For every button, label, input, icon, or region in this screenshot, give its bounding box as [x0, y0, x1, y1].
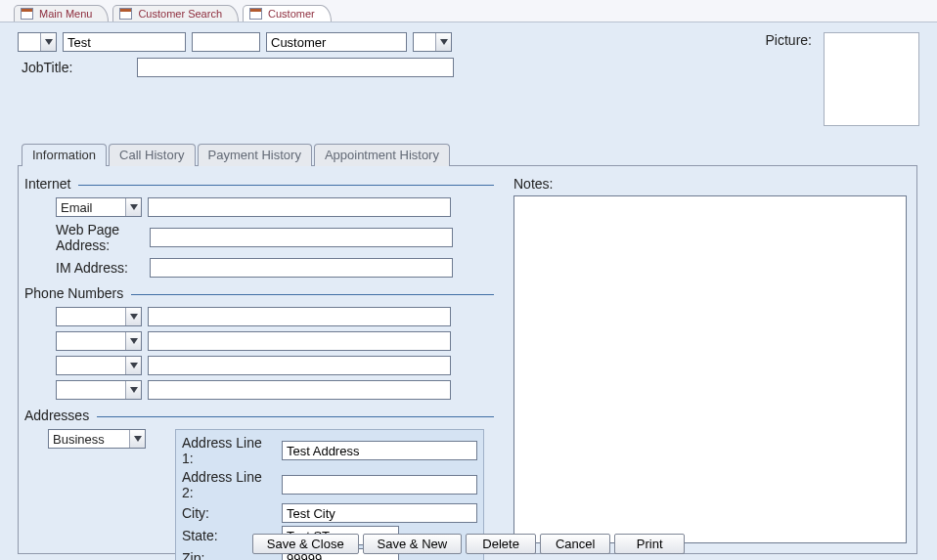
job-title-input[interactable]	[137, 58, 454, 77]
address-type-value: Business	[49, 430, 129, 448]
first-name-input[interactable]	[63, 32, 186, 52]
cancel-button[interactable]: Cancel	[540, 534, 610, 554]
phone-type-value	[57, 332, 125, 350]
prefix-value	[19, 33, 40, 51]
form-icon	[249, 8, 262, 20]
svg-marker-7	[134, 436, 142, 442]
chevron-down-icon	[129, 430, 145, 448]
address-line2-label: Address Line 2:	[182, 469, 276, 500]
suffix-combo[interactable]	[413, 32, 452, 52]
phone-number-input[interactable]	[148, 307, 451, 326]
phone-type-value	[57, 308, 125, 325]
group-title: Addresses	[24, 408, 89, 423]
address-line1-label: Address Line 1:	[182, 435, 276, 466]
form-icon	[119, 8, 132, 20]
email-input[interactable]	[148, 197, 451, 217]
group-title: Internet	[24, 176, 70, 192]
middle-name-input[interactable]	[192, 32, 260, 52]
doc-tab-main-menu[interactable]: Main Menu	[14, 5, 109, 22]
last-name-input[interactable]	[266, 32, 407, 52]
doc-tab-customer[interactable]: Customer	[243, 5, 332, 22]
doc-tab-label: Customer	[268, 8, 315, 20]
city-input[interactable]	[282, 503, 477, 523]
address-type-combo[interactable]: Business	[48, 429, 146, 449]
phone-type-combo[interactable]	[56, 307, 142, 326]
job-title-label: JobTitle:	[18, 60, 125, 75]
chevron-down-icon	[435, 33, 451, 51]
chevron-down-icon	[125, 381, 141, 399]
doc-tab-label: Customer Search	[138, 8, 222, 20]
phone-type-value	[57, 381, 125, 399]
group-phone-numbers: Phone Numbers	[24, 285, 494, 400]
phone-type-value	[57, 357, 125, 374]
save-close-button[interactable]: Save & Close	[252, 534, 359, 554]
prefix-combo[interactable]	[18, 32, 57, 52]
group-internet: Internet Email Web Page Address:	[24, 176, 494, 278]
svg-marker-4	[130, 338, 138, 344]
city-label: City:	[182, 505, 276, 521]
tab-body-information: Internet Email Web Page Address:	[18, 165, 917, 554]
tab-information[interactable]: Information	[22, 144, 107, 166]
form-icon	[21, 8, 33, 20]
chevron-down-icon	[125, 332, 141, 350]
document-tabs: Main Menu Customer Search Customer	[0, 0, 937, 22]
tab-label: Appointment History	[325, 148, 439, 162]
web-input[interactable]	[150, 228, 453, 247]
address-line2-input[interactable]	[282, 475, 477, 495]
group-title: Phone Numbers	[24, 285, 123, 301]
email-type-combo[interactable]: Email	[56, 197, 142, 217]
tab-payment-history[interactable]: Payment History	[198, 144, 312, 166]
notes-textarea[interactable]	[513, 195, 907, 543]
svg-marker-6	[130, 387, 138, 393]
im-label: IM Address:	[24, 260, 144, 276]
delete-button[interactable]: Delete	[466, 534, 536, 554]
phone-number-input[interactable]	[148, 356, 451, 375]
divider	[78, 185, 494, 186]
notes-label: Notes:	[513, 176, 907, 192]
phone-type-combo[interactable]	[56, 356, 142, 375]
picture-box[interactable]	[824, 32, 919, 126]
address-line1-input[interactable]	[282, 441, 477, 460]
svg-marker-1	[440, 39, 448, 45]
tab-label: Call History	[119, 148, 184, 162]
web-label: Web Page Address:	[24, 222, 144, 253]
customer-form: JobTitle: Picture: Information Call Hist…	[0, 22, 937, 560]
phone-number-input[interactable]	[148, 380, 451, 400]
tab-label: Payment History	[208, 148, 301, 162]
chevron-down-icon	[125, 357, 141, 374]
doc-tab-label: Main Menu	[39, 8, 92, 20]
tab-appointment-history[interactable]: Appointment History	[314, 144, 450, 166]
email-type-value: Email	[57, 198, 125, 216]
suffix-value	[414, 33, 435, 51]
svg-marker-2	[130, 204, 138, 210]
chevron-down-icon	[125, 308, 141, 325]
tab-label: Information	[32, 148, 96, 162]
tab-call-history[interactable]: Call History	[109, 144, 195, 166]
phone-type-combo[interactable]	[56, 380, 142, 400]
svg-marker-3	[130, 314, 138, 320]
svg-marker-0	[45, 39, 53, 45]
divider	[131, 294, 494, 295]
chevron-down-icon	[40, 33, 56, 51]
save-new-button[interactable]: Save & New	[363, 534, 463, 554]
button-row: Save & Close Save & New Delete Cancel Pr…	[0, 534, 937, 554]
phone-type-combo[interactable]	[56, 331, 142, 351]
chevron-down-icon	[125, 198, 141, 216]
picture-label: Picture:	[766, 32, 812, 48]
print-button[interactable]: Print	[614, 534, 685, 554]
divider	[97, 416, 494, 417]
svg-marker-5	[130, 363, 138, 368]
doc-tab-customer-search[interactable]: Customer Search	[112, 5, 239, 22]
phone-number-input[interactable]	[148, 331, 451, 351]
im-input[interactable]	[150, 258, 453, 278]
